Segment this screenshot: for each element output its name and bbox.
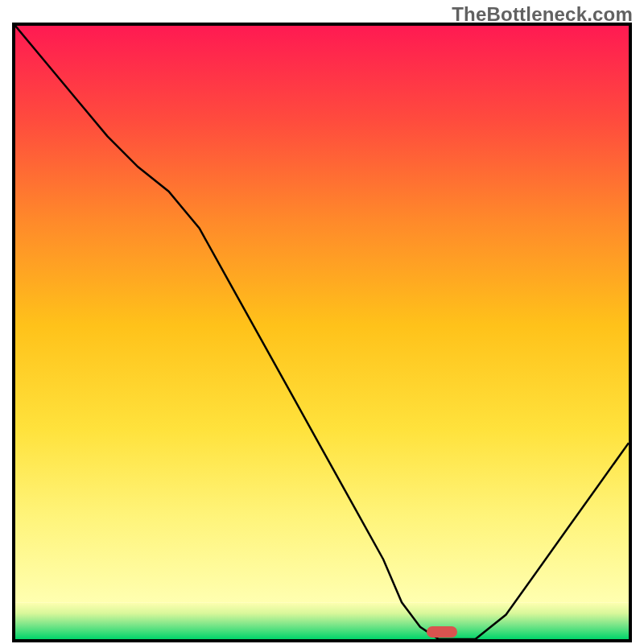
bottleneck-curve: [15, 26, 629, 639]
plot-area: [15, 26, 629, 639]
chart-frame: [12, 23, 632, 642]
optimal-marker: [427, 626, 457, 638]
